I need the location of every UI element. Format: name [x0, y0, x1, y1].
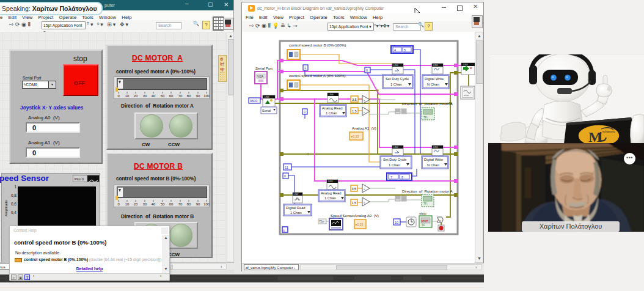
svg-text:Speed Sensor: Speed Sensor	[331, 213, 354, 218]
svg-text:▸1.23: ▸1.23	[351, 134, 359, 138]
svg-text:LINX: LINX	[393, 64, 398, 67]
svg-text:Serial: Serial	[262, 109, 271, 112]
svg-text:7: 7	[390, 175, 392, 179]
svg-text:1 Chan: 1 Chan	[390, 83, 402, 86]
svg-text:LINX: LINX	[433, 146, 438, 149]
svg-text:Direction of Rotation motor: Direction of Rotation motor B	[402, 101, 453, 106]
svg-text:50: 50	[161, 94, 164, 98]
svg-text:LINX: LINX	[265, 96, 269, 98]
svg-text:1 Chan: 1 Chan	[290, 211, 302, 215]
svg-text:Set Duty Cycle: Set Duty Cycle	[386, 77, 409, 81]
svg-text:30: 30	[143, 94, 147, 98]
svg-text:20: 20	[134, 94, 137, 98]
svg-text:TF₂: TF₂	[423, 202, 428, 205]
svg-text:0: 0	[284, 174, 286, 178]
svg-text:LINX: LINX	[393, 146, 398, 149]
svg-text:80: 80	[187, 94, 191, 98]
svg-text:80: 80	[187, 202, 191, 206]
svg-text:60: 60	[169, 202, 173, 206]
svg-text:echatronic: echatronic	[602, 130, 616, 133]
svg-text:9600: 9600	[250, 99, 257, 103]
svg-text:LINX: LINX	[294, 193, 299, 196]
svg-text:error: error	[464, 94, 469, 97]
svg-text:75⊳: 75⊳	[319, 220, 324, 223]
svg-text:‹: ‹	[364, 110, 365, 114]
svg-text:Direction of Rotation motor: Direction of Rotation motor A	[402, 189, 453, 193]
svg-text:Digital Write: Digital Write	[425, 77, 444, 81]
svg-text:100: 100	[203, 94, 210, 98]
svg-text:Serial Port: Serial Port	[255, 67, 273, 70]
svg-text:0: 0	[304, 110, 306, 114]
svg-text:Analog A0 (V): Analog A0 (V)	[354, 213, 379, 218]
svg-text:4: 4	[394, 48, 396, 52]
svg-text:1,5: 1,5	[352, 109, 357, 113]
svg-text:90: 90	[196, 94, 200, 98]
svg-text:LINX: LINX	[329, 94, 334, 96]
svg-text:50: 50	[161, 202, 164, 206]
svg-text:Analog Read: Analog Read	[322, 106, 343, 110]
svg-text:40: 40	[152, 94, 155, 98]
svg-text:10: 10	[395, 221, 398, 224]
svg-text:1 Chan: 1 Chan	[324, 196, 336, 200]
svg-text:0: 0	[366, 68, 368, 72]
svg-text:30: 30	[143, 202, 147, 206]
svg-text:N Chan: N Chan	[427, 163, 439, 167]
svg-text:›: ›	[364, 187, 365, 191]
svg-text:VISA: VISA	[257, 75, 263, 78]
svg-text:100: 100	[203, 202, 210, 206]
svg-text:0: 0	[117, 202, 119, 206]
svg-text:stop: stop	[419, 211, 426, 215]
svg-text:3,5: 3,5	[352, 187, 357, 191]
svg-text:Set Duty Cycle: Set Duty Cycle	[383, 158, 406, 161]
svg-text:▸1.23: ▸1.23	[356, 223, 363, 226]
svg-text:∨: ∨	[439, 219, 441, 223]
svg-text:Analog Read: Analog Read	[321, 191, 342, 195]
svg-text:control speed motor B (0%-100%: control speed motor B (0%-100%)	[289, 43, 346, 47]
svg-text:control speed motor A (0%-100%: control speed motor A (0%-100%)	[289, 73, 346, 78]
svg-text:‹: ‹	[364, 201, 365, 204]
svg-text:11: 11	[285, 166, 288, 169]
svg-text:0: 0	[117, 94, 119, 98]
svg-text:›: ›	[364, 98, 365, 102]
svg-text:60: 60	[169, 94, 173, 98]
svg-text:1 Chan: 1 Chan	[326, 111, 337, 115]
svg-text:70: 70	[178, 94, 182, 98]
svg-text:8: 8	[401, 175, 403, 179]
svg-text:Analog A1 (V): Analog A1 (V)	[352, 126, 376, 130]
svg-text:10: 10	[125, 202, 129, 206]
svg-text:20: 20	[134, 202, 137, 206]
svg-text:1: 1	[304, 66, 306, 70]
svg-text:TF₂: TF₂	[423, 116, 428, 119]
svg-text:3,5: 3,5	[352, 98, 357, 101]
svg-text:STOP: STOP	[422, 219, 428, 223]
svg-text:TF: TF	[422, 224, 425, 227]
svg-text:40: 40	[152, 202, 155, 206]
svg-text:Digital Read: Digital Read	[286, 206, 306, 210]
svg-text:10: 10	[125, 94, 129, 98]
svg-text:LINX: LINX	[328, 180, 333, 183]
svg-text:90: 90	[196, 202, 200, 206]
svg-text:5: 5	[404, 48, 406, 52]
svg-text:70: 70	[178, 202, 182, 206]
svg-text:LINX: LINX	[433, 64, 438, 67]
svg-text:1,5: 1,5	[352, 201, 357, 205]
svg-text:Digital Write: Digital Write	[424, 158, 443, 161]
svg-text:N Chan: N Chan	[427, 83, 439, 86]
svg-text:1 Chan: 1 Chan	[389, 163, 400, 167]
